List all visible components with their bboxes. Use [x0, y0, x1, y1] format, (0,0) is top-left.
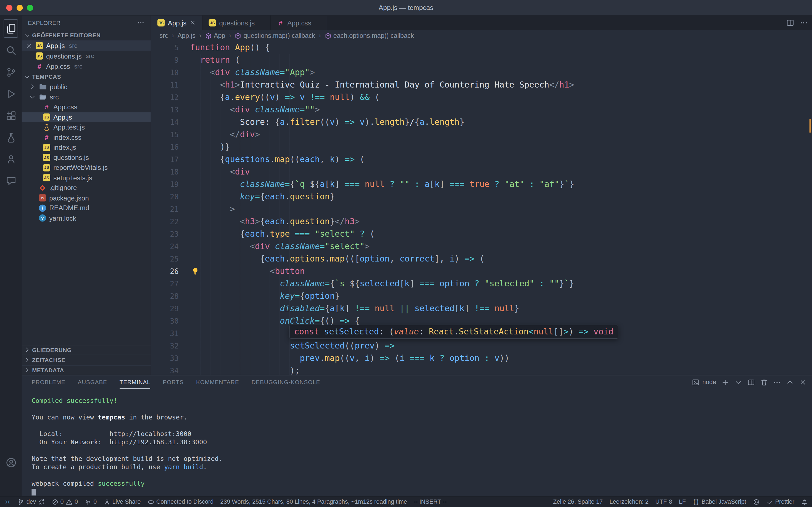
status-live-share[interactable]: Live Share	[104, 498, 141, 505]
status-text: Leerzeichen: 2	[609, 499, 649, 505]
status-indentation[interactable]: Leerzeichen: 2	[609, 499, 649, 505]
css-file-icon: #	[277, 19, 284, 26]
line-number: 19	[151, 178, 179, 190]
activity-item-search[interactable]	[2, 40, 20, 61]
open-editor-questions.js[interactable]: JSquestions.jssrc	[22, 51, 151, 61]
explorer-more-icon[interactable]	[137, 19, 145, 26]
lightbulb-icon[interactable]	[191, 267, 200, 276]
section-gliederung[interactable]: GLIEDERUNG	[22, 345, 151, 355]
activity-item-comments[interactable]	[2, 170, 20, 192]
sidebar-spacer	[22, 223, 151, 345]
breadcrumb-label: src	[160, 32, 168, 39]
activity-item-extensions[interactable]	[2, 105, 20, 126]
breadcrumb-item-2[interactable]: App.js	[177, 32, 196, 39]
tree-item-reportWebVitals.js[interactable]: JSreportWebVitals.js	[22, 163, 151, 173]
tree-item-index.js[interactable]: JSindex.js	[22, 143, 151, 153]
tree-item-yarn.lock[interactable]: yyarn.lock	[22, 213, 151, 223]
tree-item-questions.js[interactable]: JSquestions.js	[22, 153, 151, 163]
status-git-branch[interactable]: dev	[18, 498, 45, 505]
activity-item-source-control[interactable]	[2, 61, 20, 83]
breadcrumb-item-3[interactable]: App	[205, 32, 225, 39]
tree-item-App.test.js[interactable]: App.test.js	[22, 122, 151, 132]
chevron-right-icon	[29, 83, 36, 90]
status-cursor-position[interactable]: Zeile 26, Spalte 17	[553, 499, 603, 505]
js-file-icon: JS	[36, 52, 43, 59]
terminal-shell-selector[interactable]: node	[692, 378, 716, 386]
activity-item-testing[interactable]	[2, 126, 20, 148]
chevron-right-icon	[24, 356, 31, 363]
status-ports-forwarded[interactable]: 0	[85, 498, 97, 505]
status-notifications[interactable]	[801, 498, 808, 505]
status-feedback[interactable]	[753, 498, 760, 505]
panel-tab-ausgabe[interactable]: AUSGABE	[78, 375, 107, 389]
warning-icon	[66, 498, 72, 505]
activity-item-account[interactable]	[2, 451, 20, 473]
check-icon	[766, 498, 773, 505]
tab-questions.js[interactable]: JSquestions.js	[203, 15, 271, 30]
status-word-count[interactable]: 239 Words, 2515 Chars, 80 Lines, 4 Parag…	[220, 499, 407, 505]
breadcrumb-item-4[interactable]: questions.map() callback	[235, 32, 315, 39]
close-tab-icon[interactable]	[190, 19, 196, 26]
panel-tab-ports[interactable]: PORTS	[163, 375, 184, 389]
tree-item-index.css[interactable]: #index.css	[22, 132, 151, 143]
status-problems[interactable]: 00	[52, 498, 78, 505]
status-eol-sequence[interactable]: LF	[679, 499, 686, 505]
tree-item-App.js[interactable]: JSApp.js	[22, 112, 151, 122]
breadcrumb-item-1[interactable]: src	[160, 32, 168, 39]
split-editor-icon[interactable]	[786, 19, 794, 27]
split-terminal-button[interactable]	[747, 378, 755, 386]
editor-more-icon[interactable]	[800, 19, 808, 27]
tab-App.js[interactable]: JSApp.js	[151, 15, 203, 30]
activity-bar-top	[2, 18, 20, 192]
section-metadata[interactable]: METADATA	[22, 365, 151, 375]
line-content: {questions.map((each, k) => (	[179, 153, 365, 166]
status-language-mode[interactable]: {}Babel JavaScript	[693, 498, 746, 505]
terminal-output[interactable]: Compiled successfully!You can now view t…	[22, 389, 812, 496]
open-editor-App.css[interactable]: #App.csssrc	[22, 61, 151, 71]
panel-tab-debugging-konsole[interactable]: DEBUGGING-KONSOLE	[252, 375, 320, 389]
activity-item-live-share[interactable]	[2, 148, 20, 170]
status-formatter[interactable]: Prettier	[766, 498, 794, 505]
activity-item-run-debug[interactable]	[2, 83, 20, 105]
tree-item-package.json[interactable]: npackage.json	[22, 193, 151, 203]
close-window-button[interactable]	[6, 5, 13, 11]
terminal-profiles-button[interactable]	[735, 378, 742, 386]
open-editors-section-header[interactable]: GEÖFFNETE EDITOREN	[22, 30, 151, 41]
tree-item-src[interactable]: src	[22, 92, 151, 102]
code-editor[interactable]: const setSelected: (value: React.SetStat…	[151, 42, 812, 375]
maximize-panel-button[interactable]	[786, 378, 794, 386]
kill-terminal-button[interactable]	[760, 378, 768, 386]
panel-more-actions-button[interactable]	[773, 378, 781, 386]
close-panel-button[interactable]	[799, 378, 807, 386]
line-content: <div className="">	[179, 104, 320, 116]
zoom-window-button[interactable]	[27, 5, 34, 11]
panel-tab-kommentare[interactable]: KOMMENTARE	[196, 375, 239, 389]
new-terminal-button[interactable]	[721, 378, 729, 386]
tab-App.css[interactable]: #App.css	[271, 15, 327, 30]
activity-item-explorer[interactable]	[2, 18, 20, 40]
status-remote-indicator[interactable]	[4, 498, 11, 505]
tree-item-public[interactable]: public	[22, 82, 151, 92]
project-section-header[interactable]: TEMPCAS	[22, 71, 151, 82]
vscode-window: App.js — tempcas EXPLORER GEÖFFNETE EDIT…	[0, 0, 812, 507]
status-vim-mode[interactable]: -- INSERT --	[414, 499, 447, 505]
run-debug-icon	[5, 89, 16, 99]
line-number: 17	[151, 153, 179, 166]
status-encoding[interactable]: UTF-8	[655, 499, 672, 505]
tree-item-App.css[interactable]: #App.css	[22, 102, 151, 112]
tree-item-README.md[interactable]: iREADME.md	[22, 203, 151, 213]
minimize-window-button[interactable]	[16, 5, 23, 11]
panel-tab-terminal[interactable]: TERMINAL	[120, 375, 151, 389]
status-discord-status[interactable]: Connected to Discord	[148, 498, 214, 505]
tree-item-.gitignore[interactable]: .gitignore	[22, 183, 151, 193]
section-zeitachse[interactable]: ZEITACHSE	[22, 354, 151, 365]
tree-item-label: .gitignore	[49, 184, 77, 192]
open-editor-App.js[interactable]: JSApp.jssrc	[22, 40, 151, 51]
code-line-11: 11 <h1>Interactive Quiz - International …	[151, 79, 812, 91]
breadcrumb-item-5[interactable]: each.options.map() callback	[325, 32, 414, 39]
panel-tab-probleme[interactable]: PROBLEME	[32, 375, 65, 389]
close-editor-icon[interactable]	[26, 42, 33, 49]
tree-item-setupTests.js[interactable]: JSsetupTests.js	[22, 173, 151, 183]
panel-controls: node	[692, 375, 807, 389]
status-text: Babel JavaScript	[702, 499, 746, 505]
